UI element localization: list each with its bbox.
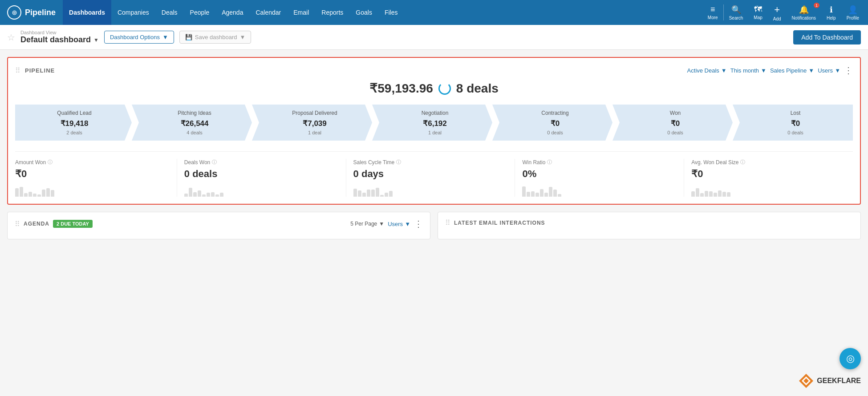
agenda-drag-handle[interactable]: ⠿	[15, 220, 20, 228]
stage-amount-3: ₹6,192	[381, 119, 489, 128]
more-button[interactable]: ≡ More	[702, 0, 723, 25]
pipeline-stage-2[interactable]: Proposal Delivered ₹7,039 1 deal	[252, 105, 372, 141]
stage-deals-5: 0 deals	[621, 130, 729, 135]
nav-item-deals[interactable]: Deals	[155, 0, 184, 25]
metric-label-0: Amount Won ⓘ	[15, 159, 170, 166]
users-filter[interactable]: Users ▼	[818, 67, 840, 74]
dashboard-name-button[interactable]: Default dashboard ▼	[20, 35, 99, 44]
metric-bar	[198, 190, 201, 197]
metric-info-icon-2[interactable]: ⓘ	[396, 159, 401, 166]
nav-item-people[interactable]: People	[184, 0, 216, 25]
metric-bar	[709, 191, 713, 197]
metric-bar	[718, 190, 722, 197]
pipeline-stage-4[interactable]: Contracting ₹0 0 deals	[492, 105, 612, 141]
email-title-area: ⠿ LATEST EMAIL INTERACTIONS	[445, 218, 545, 227]
agenda-controls: 5 Per Page ▼ Users ▼ ⋮	[350, 218, 423, 229]
help-label: Help	[827, 16, 836, 20]
map-button[interactable]: 🗺 Map	[748, 0, 767, 25]
metric-bar	[522, 186, 526, 197]
stage-name-2: Proposal Delivered	[261, 110, 369, 116]
per-page-arrow: ▼	[379, 221, 384, 227]
search-button[interactable]: 🔍 Search	[724, 0, 749, 25]
sales-pipeline-arrow: ▼	[808, 67, 814, 74]
metric-bar	[367, 190, 370, 197]
metric-bar	[727, 192, 730, 197]
metric-label-4: Avg. Won Deal Size ⓘ	[691, 159, 846, 166]
lower-row: ⠿ AGENDA 2 DUE TODAY 5 Per Page ▼ Users …	[7, 212, 861, 239]
more-icon: ≡	[710, 5, 715, 14]
help-button[interactable]: ℹ Help	[821, 0, 841, 25]
pipeline-title-area: ⠿ PIPELINE	[15, 66, 55, 75]
widget-more-button[interactable]: ⋮	[844, 65, 853, 76]
save-icon: 💾	[185, 34, 192, 40]
agenda-users-arrow: ▼	[405, 221, 410, 227]
pipeline-stage-5[interactable]: Won ₹0 0 deals	[612, 105, 733, 141]
favorite-star[interactable]: ☆	[7, 32, 15, 43]
metric-bar	[24, 193, 28, 197]
add-label: Add	[773, 16, 781, 21]
sales-pipeline-filter[interactable]: Sales Pipeline ▼	[770, 67, 814, 74]
add-icon: +	[774, 4, 780, 16]
profile-icon: 👤	[848, 5, 858, 15]
stage-deals-0: 2 deals	[20, 130, 128, 135]
profile-button[interactable]: 👤 Profile	[841, 0, 864, 25]
nav-item-agenda[interactable]: Agenda	[215, 0, 249, 25]
metric-bar	[553, 190, 557, 197]
metric-bar	[535, 193, 539, 197]
pipeline-stage-3[interactable]: Negotiation ₹6,192 1 deal	[372, 105, 492, 141]
metric-bar	[202, 194, 206, 197]
email-header: ⠿ LATEST EMAIL INTERACTIONS	[445, 218, 853, 227]
metric-info-icon-0[interactable]: ⓘ	[48, 159, 53, 166]
this-month-arrow: ▼	[761, 67, 767, 74]
stage-amount-1: ₹26,544	[141, 119, 248, 128]
stage-amount-2: ₹7,039	[261, 119, 369, 128]
metric-bar	[371, 190, 375, 197]
this-month-filter[interactable]: This month ▼	[730, 67, 767, 74]
agenda-more-button[interactable]: ⋮	[414, 218, 423, 229]
dashboard-options-button[interactable]: Dashboard Options ▼	[104, 31, 174, 44]
save-dashboard-button[interactable]: 💾 Save dashboard ▼	[179, 31, 251, 44]
nav-item-dashboards[interactable]: Dashboards	[63, 0, 111, 25]
pipeline-total-amount: ₹59,193.96	[369, 81, 433, 96]
active-deals-filter[interactable]: Active Deals ▼	[687, 67, 727, 74]
pipeline-metric-1: Deals Won ⓘ 0 deals	[177, 159, 346, 197]
notifications-label: Notifications	[792, 16, 816, 20]
nav-item-companies[interactable]: Companies	[111, 0, 155, 25]
metric-info-icon-1[interactable]: ⓘ	[212, 159, 217, 166]
add-to-dashboard-button[interactable]: Add To Dashboard	[793, 30, 861, 44]
metric-bar	[531, 191, 535, 197]
drag-handle-icon[interactable]: ⠿	[15, 66, 20, 75]
nav-item-reports[interactable]: Reports	[315, 0, 349, 25]
metric-bar	[696, 188, 699, 197]
pipeline-stage-6[interactable]: Lost ₹0 0 deals	[733, 105, 853, 141]
stage-name-5: Won	[621, 110, 729, 116]
main-content: ⠿ PIPELINE Active Deals ▼ This month ▼ S…	[0, 50, 868, 246]
metric-info-icon-3[interactable]: ⓘ	[547, 159, 552, 166]
metric-value-0: ₹0	[15, 168, 170, 180]
per-page-button[interactable]: 5 Per Page ▼	[350, 221, 384, 227]
metric-bar	[207, 193, 210, 197]
metric-bar	[700, 193, 704, 197]
nav-item-email[interactable]: Email	[287, 0, 315, 25]
nav-item-calendar[interactable]: Calendar	[249, 0, 287, 25]
dashboard-view-label: Dashboard View	[20, 30, 99, 35]
email-drag-handle[interactable]: ⠿	[445, 218, 450, 227]
notifications-button[interactable]: 🔔 Notifications 1	[787, 0, 821, 25]
map-icon: 🗺	[754, 5, 762, 14]
nav-item-files[interactable]: Files	[378, 0, 404, 25]
nav-item-goals[interactable]: Goals	[349, 0, 378, 25]
logo[interactable]: ◎ Pipeline	[4, 5, 63, 20]
metric-bar	[46, 188, 50, 197]
pipeline-stage-1[interactable]: Pitching Ideas ₹26,544 4 deals	[132, 105, 252, 141]
email-widget: ⠿ LATEST EMAIL INTERACTIONS	[438, 212, 861, 239]
metric-bars-3	[522, 184, 677, 197]
stage-deals-2: 1 deal	[261, 130, 369, 135]
agenda-users-filter[interactable]: Users ▼	[388, 221, 410, 227]
metric-info-icon-4[interactable]: ⓘ	[740, 159, 745, 166]
notifications-icon: 🔔	[799, 5, 809, 15]
pipeline-stage-0[interactable]: Qualified Lead ₹19,418 2 deals	[15, 105, 132, 141]
metric-label-3: Win Ratio ⓘ	[522, 159, 677, 166]
stage-amount-0: ₹19,418	[20, 119, 128, 128]
users-arrow: ▼	[835, 67, 840, 74]
add-button[interactable]: + Add	[768, 0, 787, 25]
